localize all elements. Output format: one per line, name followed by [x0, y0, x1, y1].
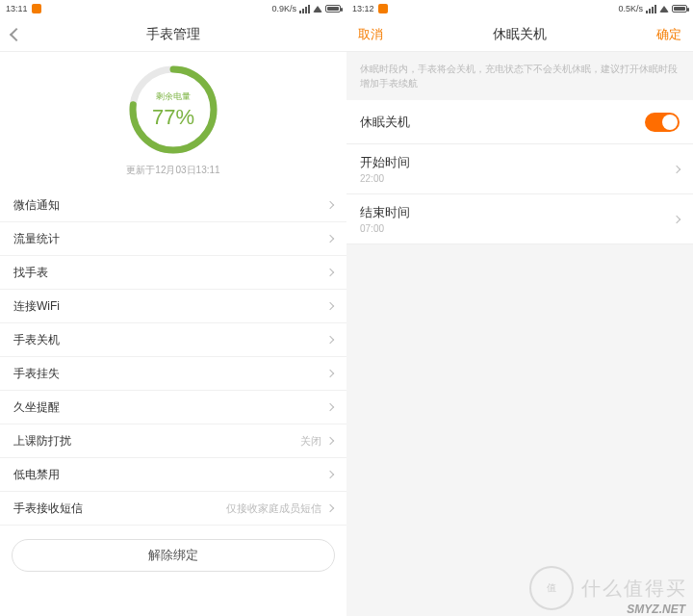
chevron-right-icon [326, 471, 334, 478]
row-sedentary-reminder[interactable]: 久坐提醒 [0, 391, 346, 424]
signal-icon [646, 5, 656, 13]
battery-icon [672, 5, 687, 13]
cancel-button[interactable]: 取消 [346, 17, 395, 52]
row-watch-lost[interactable]: 手表挂失 [0, 357, 346, 391]
chevron-right-icon [326, 370, 334, 377]
chevron-right-icon [326, 504, 334, 512]
chevron-right-icon [326, 235, 334, 243]
page-title: 休眠关机 [493, 26, 547, 43]
phone-left-watch-management: 13:11 0.9K/s 手表管理 [0, 0, 346, 616]
status-net-speed: 0.5K/s [618, 4, 643, 13]
page-title: 手表管理 [146, 26, 200, 43]
main-scroll[interactable]: 剩余电量 77% 更新于12月03日13:11 微信通知 流量统计 找手表 连接… [0, 52, 346, 616]
row-wechat-notify[interactable]: 微信通知 [0, 189, 346, 222]
battery-ring: 剩余电量 77% [127, 64, 219, 156]
status-bar: 13:11 0.9K/s [0, 0, 346, 17]
hint-text: 休眠时段内，手表将会关机，充电状态下不会关机休眠，建议打开休眠时段增加手表续航 [346, 52, 693, 100]
wifi-icon [659, 6, 669, 13]
row-watch-shutdown[interactable]: 手表关机 [0, 323, 346, 357]
status-time: 13:12 [352, 4, 374, 13]
row-start-time[interactable]: 开始时间 22:00 [346, 144, 693, 194]
status-net-speed: 0.9K/s [271, 4, 296, 13]
notification-icon [378, 4, 388, 13]
status-bar: 13:12 0.5K/s [346, 0, 693, 17]
nav-bar: 取消 休眠关机 确定 [346, 17, 693, 52]
chevron-right-icon [326, 336, 334, 344]
confirm-button[interactable]: 确定 [645, 17, 693, 52]
chevron-right-icon [673, 215, 680, 222]
chevron-right-icon [326, 302, 334, 310]
row-watch-sms[interactable]: 手表接收短信仅接收家庭成员短信 [0, 492, 346, 526]
main-scroll[interactable]: 休眠时段内，手表将会关机，充电状态下不会关机休眠，建议打开休眠时段增加手表续航 … [346, 52, 693, 616]
back-icon[interactable] [10, 27, 23, 40]
row-find-watch[interactable]: 找手表 [0, 256, 346, 290]
wifi-icon [313, 6, 322, 13]
row-sleep-shutdown-toggle[interactable]: 休眠关机 [346, 100, 693, 144]
watermark-site: SMYZ.NET [627, 603, 685, 616]
nav-bar: 手表管理 [0, 17, 346, 52]
signal-icon [299, 5, 310, 13]
battery-percent: 77% [152, 105, 194, 130]
toggle-switch[interactable] [645, 113, 680, 132]
row-class-dnd[interactable]: 上课防打扰关闭 [0, 424, 346, 458]
unbind-button[interactable]: 解除绑定 [12, 539, 335, 572]
battery-ring-section: 剩余电量 77% 更新于12月03日13:11 [0, 52, 346, 183]
last-updated: 更新于12月03日13:11 [126, 164, 219, 177]
row-low-battery-disable[interactable]: 低电禁用 [0, 458, 346, 492]
phone-right-sleep-shutdown: 13:12 0.5K/s 取消 休眠关机 确定 休眠时段内，手表将会关机，充电状… [346, 0, 693, 616]
row-end-time[interactable]: 结束时间 07:00 [346, 194, 693, 244]
notification-icon [32, 4, 41, 13]
status-time: 13:11 [6, 4, 28, 13]
battery-icon [325, 5, 341, 13]
chevron-right-icon [326, 437, 334, 445]
battery-label: 剩余电量 [156, 90, 191, 103]
row-connect-wifi[interactable]: 连接WiFi [0, 290, 346, 323]
chevron-right-icon [326, 269, 334, 276]
row-data-usage[interactable]: 流量统计 [0, 222, 346, 256]
chevron-right-icon [673, 165, 680, 172]
chevron-right-icon [326, 403, 334, 411]
settings-list: 微信通知 流量统计 找手表 连接WiFi 手表关机 手表挂失 久坐提醒 上课防打… [0, 189, 346, 526]
chevron-right-icon [326, 201, 334, 209]
